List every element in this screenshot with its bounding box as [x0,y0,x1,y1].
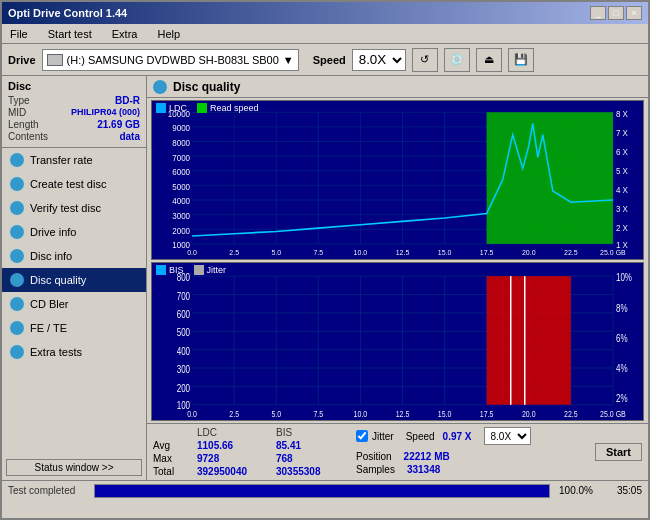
svg-text:6 X: 6 X [616,147,628,158]
svg-text:600: 600 [177,309,190,320]
max-bis: 768 [276,453,326,464]
disc-button[interactable]: 💿 [444,48,470,72]
verify-test-disc-label: Verify test disc [30,202,101,214]
drive-icon [47,54,63,66]
stats-left: LDC BIS Avg 1105.66 85.41 Max 9728 768 T… [153,427,326,477]
svg-text:10%: 10% [616,272,632,283]
start-btn-container: Start [595,427,642,477]
sidebar-item-transfer-rate[interactable]: Transfer rate [2,148,146,172]
ldc-legend-label: LDC [169,103,187,113]
extra-tests-label: Extra tests [30,346,82,358]
svg-text:12.5: 12.5 [396,408,410,418]
menu-extra[interactable]: Extra [108,27,142,41]
svg-text:4%: 4% [616,362,628,373]
disc-type-label: Type [8,95,30,106]
avg-ldc: 1105.66 [197,440,272,451]
disc-contents-value: data [119,131,140,142]
drive-dropdown-arrow[interactable]: ▼ [283,54,294,66]
svg-text:25.0 GB: 25.0 GB [600,408,626,418]
svg-text:17.5: 17.5 [480,408,494,418]
disc-mid-row: MID PHILIPR04 (000) [8,107,140,118]
main-layout: Disc Type BD-R MID PHILIPR04 (000) Lengt… [2,76,648,480]
svg-text:4 X: 4 X [616,185,628,196]
disc-mid-label: MID [8,107,26,118]
menu-help[interactable]: Help [153,27,184,41]
disc-length-value: 21.69 GB [97,119,140,130]
menu-file[interactable]: File [6,27,32,41]
svg-text:8%: 8% [616,302,628,313]
jitter-label: Jitter [372,431,394,442]
stats-speed-select[interactable]: 8.0X [484,427,531,445]
eject-button[interactable]: ⏏ [476,48,502,72]
sidebar-item-disc-info[interactable]: Disc info [2,244,146,268]
progress-time: 35:05 [602,485,642,496]
svg-text:7.5: 7.5 [313,248,323,258]
fe-te-label: FE / TE [30,322,67,334]
drive-selector[interactable]: (H:) SAMSUNG DVDWBD SH-B083L SB00 ▼ [42,49,299,71]
toolbar: Drive (H:) SAMSUNG DVDWBD SH-B083L SB00 … [2,44,648,76]
status-window-button[interactable]: Status window >> [6,459,142,476]
sidebar-item-drive-info[interactable]: Drive info [2,220,146,244]
disc-info-panel: Disc Type BD-R MID PHILIPR04 (000) Lengt… [2,76,146,148]
ldc-col-header: LDC [197,427,272,438]
svg-rect-70 [487,276,571,405]
position-row: Position 22212 MB [356,451,531,462]
transfer-rate-icon [10,153,24,167]
svg-text:2.5: 2.5 [229,248,239,258]
sidebar: Disc Type BD-R MID PHILIPR04 (000) Lengt… [2,76,147,480]
svg-text:2.5: 2.5 [229,408,239,418]
svg-text:5 X: 5 X [616,166,628,177]
max-ldc: 9728 [197,453,272,464]
bis-legend-label: BIS [169,265,184,275]
sidebar-item-create-test-disc[interactable]: Create test disc [2,172,146,196]
svg-text:4000: 4000 [172,196,190,207]
disc-section-title: Disc [8,80,140,92]
cd-bler-label: CD Bler [30,298,69,310]
menu-bar: File Start test Extra Help [2,24,648,44]
speed-select[interactable]: 8.0X [352,49,406,71]
svg-text:10.0: 10.0 [354,408,368,418]
svg-text:5.0: 5.0 [271,248,281,258]
svg-text:8000: 8000 [172,138,190,149]
jitter-row: Jitter Speed 0.97 X 8.0X [356,427,531,445]
svg-text:22.5: 22.5 [564,408,578,418]
disc-mid-value: PHILIPR04 (000) [71,107,140,118]
sidebar-item-disc-quality[interactable]: Disc quality [2,268,146,292]
svg-text:9000: 9000 [172,123,190,134]
read-speed-legend-label: Read speed [210,103,259,113]
top-chart: LDC Read speed [151,100,644,260]
jitter-checkbox[interactable] [356,430,368,442]
sidebar-item-cd-bler[interactable]: CD Bler [2,292,146,316]
svg-text:6%: 6% [616,332,628,343]
avg-label: Avg [153,440,193,451]
bis-legend-box [156,265,166,275]
start-button[interactable]: Start [595,443,642,461]
menu-start-test[interactable]: Start test [44,27,96,41]
svg-text:7000: 7000 [172,152,190,163]
read-speed-legend-box [197,103,207,113]
svg-text:7.5: 7.5 [313,408,323,418]
minimize-button[interactable]: _ [590,6,606,20]
drive-value: (H:) SAMSUNG DVDWBD SH-B083L SB00 [67,54,279,66]
svg-text:0.0: 0.0 [187,248,197,258]
extra-tests-icon [10,345,24,359]
sidebar-item-fe-te[interactable]: FE / TE [2,316,146,340]
disc-quality-label: Disc quality [30,274,86,286]
max-label: Max [153,453,193,464]
status-bar: Test completed 100.0% 35:05 [2,480,648,500]
svg-text:6000: 6000 [172,167,190,178]
refresh-button[interactable]: ↺ [412,48,438,72]
cd-bler-icon [10,297,24,311]
sidebar-item-extra-tests[interactable]: Extra tests [2,340,146,364]
close-button[interactable]: × [626,6,642,20]
maximize-button[interactable]: □ [608,6,624,20]
stats-area: LDC BIS Avg 1105.66 85.41 Max 9728 768 T… [147,423,648,480]
svg-text:200: 200 [177,382,190,393]
save-button[interactable]: 💾 [508,48,534,72]
svg-text:400: 400 [177,345,190,356]
sidebar-item-verify-test-disc[interactable]: Verify test disc [2,196,146,220]
ldc-legend-item: LDC [156,103,187,113]
read-speed-legend-item: Read speed [197,103,259,113]
position-value: 22212 MB [404,451,450,462]
svg-text:7 X: 7 X [616,127,628,138]
